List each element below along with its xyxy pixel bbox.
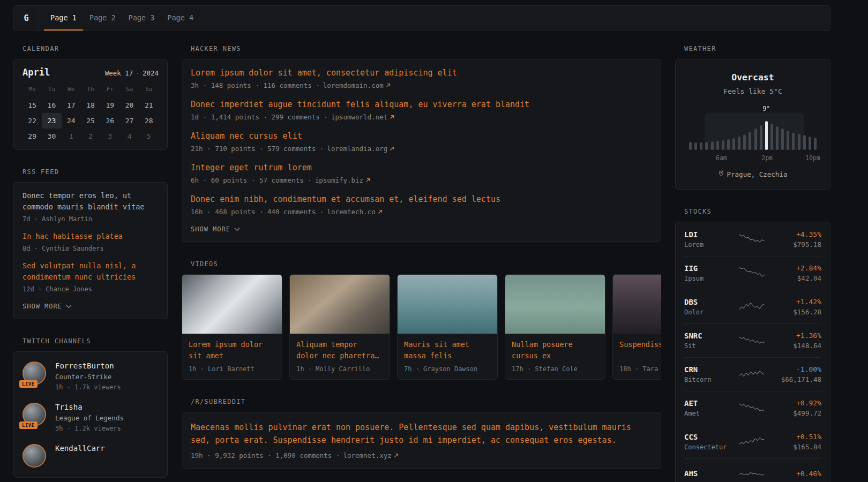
video-thumbnail[interactable] (182, 275, 282, 334)
hn-item-title[interactable]: Lorem ipsum dolor sit amet, consectetur … (191, 68, 652, 78)
weather-bar (814, 138, 817, 150)
weather-bar (792, 133, 795, 150)
video-thumbnail[interactable] (613, 275, 661, 334)
rss-item-meta: 7d · Ashlyn Martin (23, 215, 159, 223)
logo[interactable]: G (14, 6, 39, 31)
stock-id: DBS Dolor (684, 298, 736, 316)
stock-ticker: CRN (684, 365, 736, 374)
stock-id: AHS (684, 469, 736, 480)
stock-row[interactable]: CCS Consectetur +0.51% $165.84 (684, 425, 821, 458)
calendar-widget: April Week 17·2024 Mo Tu We Th Fr Sa Su … (13, 59, 168, 150)
week-year-label: Week 17·2024 (105, 69, 159, 77)
twitch-widget: LIVE ForrestBurton Counter-Strike 1h · 1… (13, 351, 168, 478)
hn-domain-link[interactable]: loremtech.co (327, 208, 382, 216)
weather-time-label: 6am (716, 154, 727, 162)
video-thumbnail[interactable] (290, 275, 390, 334)
video-body: Lorem ipsum dolor sit amet consectetu… 1… (182, 334, 282, 379)
stock-row[interactable]: CRN Bitcorn -1.00% $66,171.48 (684, 357, 821, 391)
hn-item-title[interactable]: Donec imperdiet augue tincidunt felis al… (191, 100, 652, 109)
tab-page-2[interactable]: Page 2 (83, 6, 122, 31)
weather-bars (687, 121, 818, 150)
hn-domain-link[interactable]: loremdomain.com (323, 81, 391, 89)
hn-item-title[interactable]: Aliquam nec cursus elit (191, 131, 652, 141)
stock-row[interactable]: SNRC Sit +1.36% $148.64 (684, 323, 821, 357)
video-body: Mauris sit amet massa felis 7h · Grayson… (398, 334, 497, 379)
stock-ticker: AET (684, 399, 736, 408)
rss-item-title[interactable]: In hac habitasse platea (23, 231, 159, 242)
stock-ticker: SNRC (684, 332, 736, 340)
channel-info: Trisha League of Legends 3h · 1.2k viewe… (55, 403, 124, 432)
twitch-channel[interactable]: LIVE Trisha League of Legends 3h · 1.2k … (23, 403, 159, 432)
tab-page-1[interactable]: Page 1 (44, 6, 83, 31)
hn-item-title[interactable]: Donec enim nibh, condimentum et accumsan… (191, 194, 652, 204)
channel-info: KendallCarr (55, 444, 105, 453)
calendar-day: 20 (119, 97, 139, 113)
stock-row[interactable]: IIG Ipsum +2.84% $42.04 (684, 256, 821, 290)
post-domain-link[interactable]: loremnet.xyz (343, 451, 398, 460)
calendar-day: 21 (139, 97, 159, 113)
weather-widget: Overcast Feels like 5°C 9° 6am 2pm 10pm (675, 59, 830, 190)
show-more-button[interactable]: SHOW MORE (23, 303, 72, 310)
stock-change: +1.42% (768, 298, 821, 306)
hn-item-title[interactable]: Integer eget rutrum lorem (191, 163, 652, 172)
stock-sparkline (739, 400, 765, 416)
stock-row[interactable]: DBS Dolor +1.42% $156.28 (684, 290, 821, 323)
video-title[interactable]: Nullam posuere cursus ex (512, 339, 598, 362)
hn-domain-link[interactable]: ipsumify.biz (315, 176, 370, 184)
weather-bar (803, 135, 806, 150)
channel-name: Trisha (55, 403, 124, 411)
subreddit-section-title: /R/SUBREDDIT (191, 398, 661, 405)
stock-values: +4.35% $795.18 (768, 230, 821, 248)
twitch-channel[interactable]: KendallCarr (23, 444, 159, 468)
video-title[interactable]: Mauris sit amet massa felis (404, 339, 491, 362)
stock-row[interactable]: AHS +0.46% (684, 458, 821, 482)
weather-bar (765, 121, 768, 150)
video-thumbnail[interactable] (398, 275, 497, 334)
hn-domain-link[interactable]: ipsumworld.net (331, 113, 394, 121)
video-title[interactable]: Suspendisse diam (619, 339, 661, 362)
video-title[interactable]: Lorem ipsum dolor sit amet consectetu… (189, 339, 275, 362)
twitch-channel[interactable]: LIVE ForrestBurton Counter-Strike 1h · 1… (23, 362, 159, 391)
stock-name: Amet (684, 410, 736, 417)
external-link-icon (390, 146, 394, 151)
weather-bar (716, 141, 719, 150)
stock-sparkline (739, 231, 765, 247)
videos-row: Lorem ipsum dolor sit amet consectetu… 1… (182, 274, 661, 380)
hn-domain-link[interactable]: loremlandia.org (327, 145, 394, 153)
hackernews-section-title: HACKER NEWS (191, 45, 661, 52)
calendar-day-next-month: 3 (100, 129, 119, 144)
hn-domain: ipsumify.biz (315, 176, 363, 184)
week-label: Week 17 (105, 69, 133, 77)
stock-change: +1.36% (768, 332, 821, 340)
avatar-wrapper (23, 444, 47, 468)
rss-item-meta: 8d · Cynthia Saunders (23, 245, 159, 252)
stock-id: SNRC Sit (684, 332, 736, 350)
stock-row[interactable]: AET Amet +0.92% $499.72 (684, 391, 821, 425)
video-thumbnail[interactable] (505, 275, 605, 334)
stock-row[interactable]: LDI Lorem +4.35% $795.18 (684, 223, 821, 256)
dot-separator: · (136, 69, 140, 77)
weather-bar (727, 139, 730, 150)
stock-price: $148.64 (768, 342, 821, 350)
day-header: Tu (42, 83, 61, 97)
rss-item-title[interactable]: Donec tempor eros leo, ut commodo mauris… (23, 190, 159, 213)
rss-item-title[interactable]: Sed volutpat nulla nisl, a condimentum n… (23, 260, 159, 283)
day-header: We (62, 83, 81, 97)
post-title[interactable]: Maecenas mollis pulvinar erat non posuer… (191, 421, 652, 447)
show-more-button[interactable]: SHOW MORE (191, 225, 240, 233)
hn-item: Aliquam nec cursus elit 21h · 710 points… (191, 131, 652, 153)
rss-item-meta: 12d · Chance Jones (23, 285, 159, 293)
hn-meta-text: 21h · 710 points · 579 comments · (191, 145, 324, 153)
stocks-widget: LDI Lorem +4.35% $795.18 IIG Ipsum (675, 222, 830, 482)
rss-item: Donec tempor eros leo, ut commodo mauris… (23, 190, 159, 223)
tab-page-4[interactable]: Page 4 (161, 6, 200, 31)
tab-page-3[interactable]: Page 3 (122, 6, 161, 31)
day-header-row: Mo Tu We Th Fr Sa Su (23, 83, 159, 97)
stocks-section: STOCKS LDI Lorem +4.35% $795.18 (675, 208, 830, 482)
stock-change: +4.35% (768, 230, 821, 238)
weather-bar (700, 142, 702, 150)
right-column: WEATHER Overcast Feels like 5°C 9° 6am 2… (675, 45, 830, 482)
calendar-day: 22 (23, 113, 42, 129)
show-more-label: SHOW MORE (23, 303, 62, 310)
video-title[interactable]: Aliquam tempor dolor nec pharetra… (296, 339, 383, 362)
